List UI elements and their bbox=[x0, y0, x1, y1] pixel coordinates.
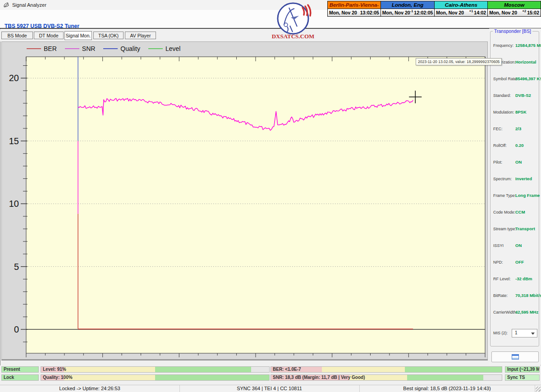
status-bar: Locked -> Uptime: 24:26:53SYNC 364 | TEI… bbox=[0, 385, 541, 392]
field-value: Inverted bbox=[515, 176, 532, 181]
y-tick-label: 10 bbox=[9, 199, 19, 209]
monitor-bars: PresentLevel: 91%BER: <1.0E-7Input (~21,… bbox=[0, 365, 541, 385]
save-icon bbox=[512, 354, 519, 360]
field-value: -32 dBm bbox=[515, 276, 532, 281]
transponder-field-carrierwidth: CarrierWidth:42,595 MHz bbox=[491, 310, 540, 316]
resize-grip[interactable] bbox=[536, 387, 541, 392]
transponder-field-frametype: Frame Type:Long Frame bbox=[491, 193, 540, 200]
mis-value: 1 bbox=[515, 330, 518, 335]
field-label: Symbol Rate: bbox=[493, 77, 518, 81]
field-label: FEC: bbox=[493, 127, 503, 131]
clock-berlin-paris-vienna-roma: Berlin-Paris-Vienna-RomaMon, Nov 2013:02… bbox=[327, 1, 381, 17]
clock-date: Mon, Nov 20 bbox=[436, 10, 464, 15]
clock-cairo-athens: Cairo-AthensMon, Nov 20+114:02 bbox=[434, 1, 488, 17]
clock-date: Mon, Nov 20 bbox=[329, 10, 357, 15]
field-label: Pilot: bbox=[493, 160, 502, 164]
y-tick-label: 20 bbox=[9, 73, 19, 83]
clock-time: 12:02:05 bbox=[414, 10, 433, 15]
tab-av-player[interactable]: AV Player bbox=[125, 32, 156, 39]
mis-dropdown[interactable]: 1 bbox=[512, 329, 537, 337]
transponder-groupbox: Transponder [BS] Frequency:12584,875 MHz… bbox=[490, 31, 539, 346]
plot-area bbox=[26, 57, 485, 353]
clock-date: Mon, Nov 20 bbox=[489, 10, 517, 15]
field-label: Code Mode: bbox=[493, 210, 515, 214]
clock-time: 13:02:05 bbox=[360, 10, 379, 15]
tab-signal-mon-[interactable]: Signal Mon. bbox=[64, 31, 92, 40]
transponder-field-spectrum: Spectrum:Inverted bbox=[491, 177, 540, 183]
signal-chart[interactable]: 05101520 bbox=[2, 42, 488, 360]
field-label: Modulation: bbox=[493, 110, 514, 114]
transponder-field-pilot: Pilot:ON bbox=[491, 160, 540, 166]
bar-quality: Quality: 100% bbox=[41, 374, 270, 381]
statusbar-segment-1: SYNC 364 | TEI 4 | CC 10811 bbox=[179, 385, 360, 392]
field-value: 42,595 MHz bbox=[515, 310, 538, 315]
transponder-field-fec: FEC:2/3 bbox=[491, 127, 540, 133]
field-label: Spectrum: bbox=[493, 177, 512, 181]
field-label: RF Level: bbox=[493, 277, 511, 281]
clock-moscow: MoscowMon, Nov 20+215:02 bbox=[487, 1, 541, 17]
mis-row: MIS (2): 1 bbox=[491, 329, 540, 338]
world-clock-bar: Berlin-Paris-Vienna-RomaMon, Nov 2013:02… bbox=[328, 1, 541, 17]
field-value: DVB-S2 bbox=[515, 93, 531, 98]
transponder-field-rolloff: RollOff:0.20 bbox=[491, 143, 540, 150]
bar-snr: SNR: 18,3 dB (Margin: 11,7 dB | Very Goo… bbox=[270, 374, 502, 381]
clock-time-row: Mon, Nov 20+114:02 bbox=[435, 9, 487, 16]
y-tick-label: 15 bbox=[9, 136, 19, 146]
field-label: ISSYI bbox=[493, 243, 504, 248]
transponder-field-issyi: ISSYION bbox=[491, 243, 540, 250]
field-value: 2/3 bbox=[515, 126, 521, 131]
export-button[interactable] bbox=[491, 351, 539, 362]
tab-tsa-ok-[interactable]: TSA (OK) bbox=[93, 32, 124, 39]
y-tick-label: 5 bbox=[14, 262, 19, 272]
app-icon bbox=[3, 2, 9, 8]
tab-bs-mode[interactable]: BS Mode bbox=[1, 32, 33, 39]
clock-time-row: Mon, Nov 20-112:02:05 bbox=[381, 9, 435, 16]
clock-city-label: Moscow bbox=[488, 1, 541, 9]
field-value: 8PSK bbox=[515, 109, 527, 114]
clock-time-row: Mon, Nov 20+215:02 bbox=[488, 9, 541, 16]
clock-city-label: London, Eng bbox=[381, 1, 435, 9]
clock-city-label: Cairo-Athens bbox=[435, 1, 487, 9]
transponder-field-bitrate: BitRate:70,318 Mbit/s bbox=[491, 293, 540, 300]
transponder-field-modulation: Modulation:8PSK bbox=[491, 110, 540, 116]
field-value: CCM bbox=[515, 210, 525, 214]
utc-offset: +1 bbox=[469, 9, 473, 13]
chevron-down-icon bbox=[531, 333, 535, 335]
field-value: 12584,875 MHz bbox=[515, 43, 541, 48]
tab-bar: BS ModeDT ModeSignal Mon.TSA (OK)AV Play… bbox=[0, 29, 488, 41]
clock-london-eng: London, EngMon, Nov 20-112:02:05 bbox=[381, 1, 435, 17]
field-value: ON bbox=[515, 243, 522, 248]
clock-time-row: Mon, Nov 2013:02:05 bbox=[328, 9, 381, 16]
field-value: 70,318 Mbit/s bbox=[515, 293, 541, 298]
statusbar-segment-0: Locked -> Uptime: 24:26:53 bbox=[0, 385, 180, 392]
field-value: 0.20 bbox=[515, 143, 524, 148]
bar-lock: Lock bbox=[1, 374, 39, 381]
field-value: Long Frame bbox=[515, 193, 540, 198]
bar-level: Level: 91% bbox=[41, 366, 270, 373]
transponder-field-frequency: Frequency:12584,875 MHz bbox=[491, 43, 540, 50]
utc-offset: -1 bbox=[410, 9, 413, 13]
transponder-field-streamtype: Stream type:Transport bbox=[491, 227, 540, 233]
transponder-field-symbolrate: Symbol Rate:35496,397 KS/s bbox=[491, 77, 540, 83]
field-value: 35496,397 KS/s bbox=[515, 76, 541, 81]
field-value: Transport bbox=[515, 226, 535, 231]
clock-city-label: Berlin-Paris-Vienna-Roma bbox=[328, 1, 381, 9]
statusbar-segment-2: Best signal: 18,5 dB (2023-11-19 14:43) bbox=[359, 385, 535, 392]
field-label: Standard: bbox=[493, 93, 511, 98]
window-title: Signal Analyzer bbox=[12, 0, 46, 10]
clock-time: 15:02 bbox=[527, 10, 539, 15]
field-label: CarrierWidth: bbox=[493, 310, 517, 315]
bar-ber: BER: <1.0E-7 bbox=[270, 366, 502, 373]
chart-tooltip: 2023-11-20 13.02.05, value: 18,299999237… bbox=[416, 58, 502, 65]
clock-time: 14:02 bbox=[474, 10, 486, 15]
mis-label: MIS (2): bbox=[493, 331, 508, 335]
utc-offset: +2 bbox=[523, 9, 527, 13]
field-label: Frequency: bbox=[493, 43, 513, 48]
field-label: BitRate: bbox=[493, 293, 508, 298]
tab-dt-mode[interactable]: DT Mode bbox=[34, 32, 64, 39]
signal-monitor-panel: BERSNRQualityLevel 05101520 bbox=[1, 41, 488, 360]
field-label: Frame Type: bbox=[493, 193, 516, 198]
y-tick-label: 0 bbox=[14, 324, 19, 334]
field-value: OFF bbox=[515, 260, 524, 264]
field-label: Stream type: bbox=[493, 227, 516, 231]
